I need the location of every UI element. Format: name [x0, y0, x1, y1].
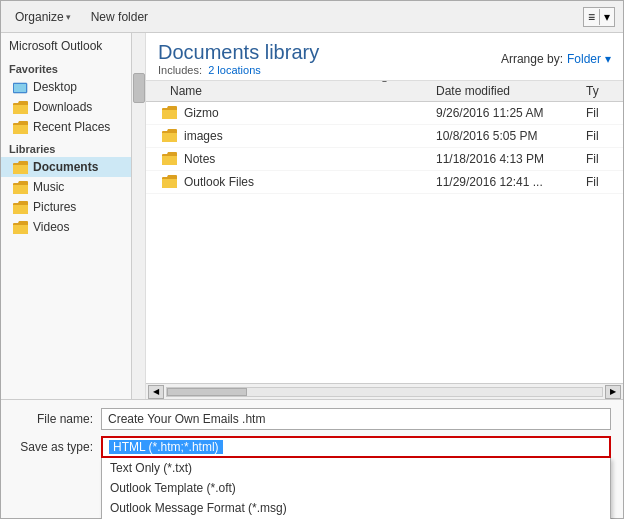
table-row[interactable]: Outlook Files 11/29/2016 12:41 ... Fil	[146, 171, 623, 194]
sidebar-item-recent-places[interactable]: Recent Places	[1, 117, 132, 137]
file-type: Fil	[586, 129, 623, 143]
col-type-header[interactable]: Ty	[586, 84, 623, 98]
sidebar: Microsoft Outlook Favorites Desktop	[1, 33, 146, 399]
organize-button[interactable]: Organize ▾	[9, 8, 77, 26]
file-name: images	[184, 129, 223, 143]
sidebar-item-documents[interactable]: Documents	[1, 157, 132, 177]
file-type: Fil	[586, 152, 623, 166]
new-folder-button[interactable]: New folder	[85, 8, 154, 26]
sidebar-scrollbar[interactable]	[131, 33, 145, 399]
pictures-icon	[13, 201, 29, 214]
save-dialog: Organize ▾ New folder ≡ ▾ Microsoft Outl…	[0, 0, 624, 519]
recent-places-icon	[13, 121, 29, 134]
folder-row-icon	[162, 175, 178, 189]
dropdown-item-2[interactable]: Outlook Message Format (*.msg)	[102, 498, 610, 518]
file-list-body: Gizmo 9/26/2016 11:25 AM Fil	[146, 102, 623, 383]
main-area: Microsoft Outlook Favorites Desktop	[1, 33, 623, 399]
file-name-cell: Notes	[146, 152, 436, 166]
scroll-thumb[interactable]	[167, 388, 247, 396]
file-name: Gizmo	[184, 106, 219, 120]
downloads-icon	[13, 101, 29, 114]
includes-label: Includes:	[158, 64, 202, 76]
save-type-field[interactable]: HTML (*.htm;*.html)	[101, 436, 611, 458]
file-date: 11/29/2016 12:41 ...	[436, 175, 586, 189]
sidebar-item-music[interactable]: Music	[1, 177, 132, 197]
toolbar: Organize ▾ New folder ≡ ▾	[1, 1, 623, 33]
save-type-wrapper: HTML (*.htm;*.html) Text Only (*.txt) Ou…	[101, 436, 611, 458]
table-row[interactable]: Gizmo 9/26/2016 11:25 AM Fil	[146, 102, 623, 125]
folder-row-icon	[162, 152, 178, 166]
sidebar-scroll-thumb[interactable]	[133, 73, 145, 103]
col-name-header[interactable]: Name	[146, 84, 436, 98]
views-chevron-button[interactable]: ▾	[600, 8, 614, 26]
pictures-label: Pictures	[33, 200, 76, 214]
sidebar-scrollable: Microsoft Outlook Favorites Desktop	[1, 33, 132, 237]
sidebar-item-desktop[interactable]: Desktop	[1, 77, 132, 97]
scroll-track[interactable]	[166, 387, 603, 397]
library-title: Documents library	[158, 41, 319, 64]
save-type-selected-value: HTML (*.htm;*.html)	[109, 440, 223, 454]
table-row[interactable]: Notes 11/18/2016 4:13 PM Fil	[146, 148, 623, 171]
file-name-label: File name:	[13, 412, 93, 426]
desktop-icon	[13, 81, 29, 94]
videos-icon	[13, 221, 29, 234]
svg-rect-1	[14, 84, 26, 92]
arrange-by: Arrange by: Folder ▾	[501, 52, 611, 66]
library-includes: Includes: 2 locations	[158, 64, 319, 76]
favorites-label: Favorites	[1, 57, 132, 77]
desktop-label: Desktop	[33, 80, 77, 94]
sidebar-item-pictures[interactable]: Pictures	[1, 197, 132, 217]
file-type: Fil	[586, 106, 623, 120]
horizontal-scrollbar[interactable]: ◀ ▶	[146, 383, 623, 399]
music-label: Music	[33, 180, 64, 194]
save-type-dropdown: Text Only (*.txt) Outlook Template (*.of…	[101, 458, 611, 519]
file-list-header: Name Date modified Ty	[146, 81, 623, 102]
file-name-cell: Outlook Files	[146, 175, 436, 189]
arrange-value[interactable]: Folder	[567, 52, 601, 66]
file-type: Fil	[586, 175, 623, 189]
toolbar-views: ≡ ▾	[583, 7, 615, 27]
organize-chevron-icon: ▾	[66, 12, 71, 22]
documents-label: Documents	[33, 160, 98, 174]
sidebar-item-videos[interactable]: Videos	[1, 217, 132, 237]
file-name: Notes	[184, 152, 215, 166]
dropdown-item-0[interactable]: Text Only (*.txt)	[102, 458, 610, 478]
right-panel: Documents library Includes: 2 locations …	[146, 33, 623, 399]
col-date-header[interactable]: Date modified	[436, 84, 586, 98]
sidebar-item-downloads[interactable]: Downloads	[1, 97, 132, 117]
dropdown-item-1[interactable]: Outlook Template (*.oft)	[102, 478, 610, 498]
arrange-label: Arrange by:	[501, 52, 563, 66]
locations-link[interactable]: 2 locations	[208, 64, 261, 76]
file-date: 9/26/2016 11:25 AM	[436, 106, 586, 120]
file-name: Outlook Files	[184, 175, 254, 189]
recent-places-label: Recent Places	[33, 120, 110, 134]
library-header: Documents library Includes: 2 locations …	[146, 33, 623, 81]
scroll-left-button[interactable]: ◀	[148, 385, 164, 399]
table-row[interactable]: images 10/8/2016 5:05 PM Fil	[146, 125, 623, 148]
library-title-block: Documents library Includes: 2 locations	[158, 41, 319, 76]
file-date: 11/18/2016 4:13 PM	[436, 152, 586, 166]
libraries-label: Libraries	[1, 137, 132, 157]
music-icon	[13, 181, 29, 194]
file-date: 10/8/2016 5:05 PM	[436, 129, 586, 143]
bottom-area: File name: Save as type: HTML (*.htm;*.h…	[1, 399, 623, 496]
documents-icon	[13, 161, 29, 174]
scroll-right-button[interactable]: ▶	[605, 385, 621, 399]
folder-row-icon	[162, 106, 178, 120]
save-type-label: Save as type:	[13, 440, 93, 454]
folder-row-icon	[162, 129, 178, 143]
file-list: Name Date modified Ty	[146, 81, 623, 399]
file-name-cell: images	[146, 129, 436, 143]
views-icon-button[interactable]: ≡	[584, 8, 599, 26]
downloads-label: Downloads	[33, 100, 92, 114]
file-name-row: File name:	[13, 408, 611, 430]
videos-label: Videos	[33, 220, 69, 234]
arrange-chevron-icon[interactable]: ▾	[605, 52, 611, 66]
file-name-cell: Gizmo	[146, 106, 436, 120]
organize-label: Organize	[15, 10, 64, 24]
file-name-input[interactable]	[101, 408, 611, 430]
sidebar-ms-outlook: Microsoft Outlook	[1, 33, 132, 57]
save-type-row: Save as type: HTML (*.htm;*.html) Text O…	[13, 436, 611, 458]
